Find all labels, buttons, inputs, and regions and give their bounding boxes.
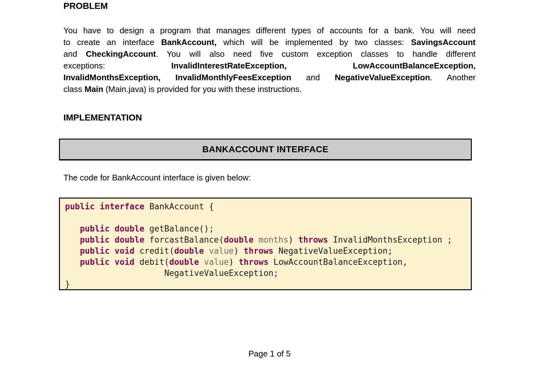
code-line: public interface BankAccount {	[65, 201, 471, 212]
code-line: NegativeValueException;	[65, 268, 471, 279]
paragraph-line: class Main (Main.java) is provided for y…	[63, 83, 476, 95]
paragraph-line: and CheckingAccount. You will also need …	[63, 48, 476, 60]
code-line	[65, 212, 471, 223]
body-paragraph: You have to design a program that manage…	[63, 25, 476, 95]
code-line: public double getBalance();	[65, 223, 471, 234]
section-title: BANKACCOUNT INTERFACE	[202, 144, 328, 154]
paragraph-line: InvalidMonthsException, InvalidMonthlyFe…	[63, 72, 476, 83]
code-line: }	[65, 279, 471, 290]
section-title-box: BANKACCOUNT INTERFACE	[59, 139, 472, 160]
paragraph-line: You have to design a program that manage…	[63, 25, 476, 36]
paragraph-line: to create an interface BankAccount, whic…	[63, 36, 476, 48]
implementation-heading: IMPLEMENTATION	[63, 112, 142, 123]
paragraph-line: exceptions: InvalidInterestRateException…	[63, 60, 476, 72]
code-line: public void credit(double value) throws …	[65, 245, 471, 257]
code-intro-text: The code for BankAccount interface is gi…	[63, 172, 251, 184]
document-page: PROBLEM You have to design a program tha…	[0, 0, 539, 392]
code-line: public void debit(double value) throws L…	[65, 257, 471, 268]
code-block: public interface BankAccount { public do…	[59, 198, 472, 290]
page-footer: Page 1 of 5	[0, 348, 539, 360]
code-line: public double forcastBalance(double mont…	[65, 234, 471, 245]
problem-heading: PROBLEM	[63, 1, 108, 11]
